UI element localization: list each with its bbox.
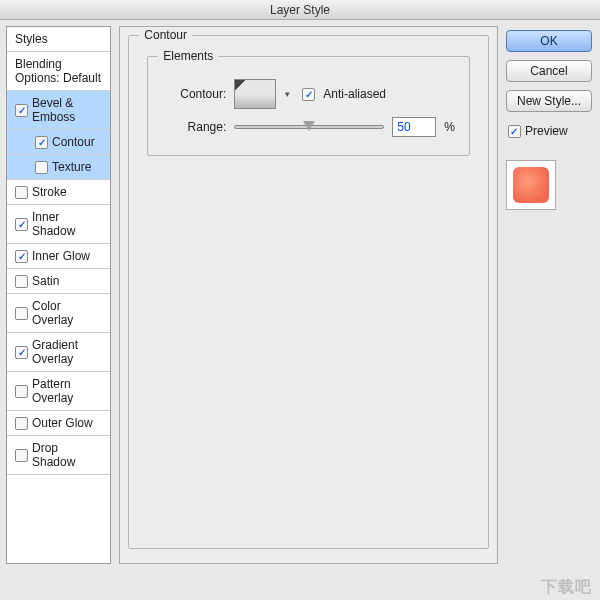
sidebar-item-label: Contour bbox=[52, 135, 95, 149]
range-label: Range: bbox=[162, 120, 226, 134]
sidebar-styles-label: Styles bbox=[15, 32, 48, 46]
sidebar-item[interactable]: Drop Shadow bbox=[7, 436, 110, 475]
sidebar-item[interactable]: Outer Glow bbox=[7, 411, 110, 436]
sidebar-item[interactable]: Inner Glow bbox=[7, 244, 110, 269]
sidebar-item-label: Color Overlay bbox=[32, 299, 102, 327]
sidebar-item-checkbox[interactable] bbox=[15, 417, 28, 430]
sidebar-item[interactable]: Stroke bbox=[7, 180, 110, 205]
contour-fieldset: Contour Elements Contour: ▼ Anti-aliased… bbox=[128, 35, 489, 549]
sidebar-item-label: Outer Glow bbox=[32, 416, 93, 430]
sidebar-item-label: Inner Shadow bbox=[32, 210, 102, 238]
contour-swatch[interactable] bbox=[234, 79, 276, 109]
sidebar-item-checkbox[interactable] bbox=[15, 385, 28, 398]
contour-section-title: Contour bbox=[139, 28, 192, 42]
sidebar-item-checkbox[interactable] bbox=[15, 250, 28, 263]
sidebar-item-checkbox[interactable] bbox=[35, 136, 48, 149]
elements-fieldset: Elements Contour: ▼ Anti-aliased Range: bbox=[147, 56, 470, 156]
ok-button[interactable]: OK bbox=[506, 30, 592, 52]
cancel-label: Cancel bbox=[530, 64, 567, 78]
new-style-button[interactable]: New Style... bbox=[506, 90, 592, 112]
styles-sidebar: Styles Blending Options: Default Bevel &… bbox=[6, 26, 111, 564]
right-panel: OK Cancel New Style... Preview bbox=[506, 26, 592, 564]
sidebar-item-checkbox[interactable] bbox=[15, 218, 28, 231]
preview-row: Preview bbox=[508, 124, 590, 138]
sidebar-blending-label: Blending Options: Default bbox=[15, 57, 102, 85]
dialog-content: Styles Blending Options: Default Bevel &… bbox=[0, 20, 600, 570]
new-style-label: New Style... bbox=[517, 94, 581, 108]
sidebar-blending-header[interactable]: Blending Options: Default bbox=[7, 52, 110, 91]
sidebar-item[interactable]: Satin bbox=[7, 269, 110, 294]
main-panel: Contour Elements Contour: ▼ Anti-aliased… bbox=[119, 26, 498, 564]
sidebar-item-checkbox[interactable] bbox=[15, 186, 28, 199]
sidebar-item-checkbox[interactable] bbox=[15, 275, 28, 288]
preview-swatch-inner bbox=[513, 167, 549, 203]
sidebar-item[interactable]: Bevel & Emboss bbox=[7, 91, 110, 130]
sidebar-item[interactable]: Color Overlay bbox=[7, 294, 110, 333]
sidebar-item-checkbox[interactable] bbox=[15, 307, 28, 320]
sidebar-item-label: Gradient Overlay bbox=[32, 338, 102, 366]
preview-label: Preview bbox=[525, 124, 568, 138]
range-slider[interactable] bbox=[234, 119, 384, 135]
sidebar-item[interactable]: Pattern Overlay bbox=[7, 372, 110, 411]
window-title: Layer Style bbox=[270, 3, 330, 17]
sidebar-item-label: Stroke bbox=[32, 185, 67, 199]
antialiased-label: Anti-aliased bbox=[323, 87, 386, 101]
sidebar-item-label: Inner Glow bbox=[32, 249, 90, 263]
sidebar-item-label: Satin bbox=[32, 274, 59, 288]
sidebar-item-checkbox[interactable] bbox=[15, 104, 28, 117]
chevron-down-icon[interactable]: ▼ bbox=[280, 79, 294, 109]
sidebar-item-checkbox[interactable] bbox=[15, 346, 28, 359]
sidebar-item-label: Drop Shadow bbox=[32, 441, 102, 469]
sidebar-item-label: Bevel & Emboss bbox=[32, 96, 102, 124]
slider-thumb-icon[interactable] bbox=[303, 121, 315, 131]
window-titlebar: Layer Style bbox=[0, 0, 600, 20]
sidebar-item-checkbox[interactable] bbox=[35, 161, 48, 174]
sidebar-item[interactable]: Inner Shadow bbox=[7, 205, 110, 244]
range-input[interactable] bbox=[392, 117, 436, 137]
elements-title: Elements bbox=[158, 49, 218, 63]
contour-label: Contour: bbox=[162, 87, 226, 101]
watermark: 下载吧 bbox=[541, 577, 592, 598]
sidebar-item-checkbox[interactable] bbox=[15, 449, 28, 462]
sidebar-item-label: Texture bbox=[52, 160, 91, 174]
sidebar-item[interactable]: Gradient Overlay bbox=[7, 333, 110, 372]
sidebar-styles-header[interactable]: Styles bbox=[7, 27, 110, 52]
cancel-button[interactable]: Cancel bbox=[506, 60, 592, 82]
sidebar-item[interactable]: Texture bbox=[7, 155, 110, 180]
contour-row: Contour: ▼ Anti-aliased bbox=[162, 79, 455, 109]
sidebar-item[interactable]: Contour bbox=[7, 130, 110, 155]
range-unit: % bbox=[444, 120, 455, 134]
preview-checkbox[interactable] bbox=[508, 125, 521, 138]
sidebar-item-label: Pattern Overlay bbox=[32, 377, 102, 405]
antialiased-checkbox[interactable] bbox=[302, 88, 315, 101]
preview-swatch bbox=[506, 160, 556, 210]
ok-label: OK bbox=[540, 34, 557, 48]
range-row: Range: % bbox=[162, 117, 455, 137]
